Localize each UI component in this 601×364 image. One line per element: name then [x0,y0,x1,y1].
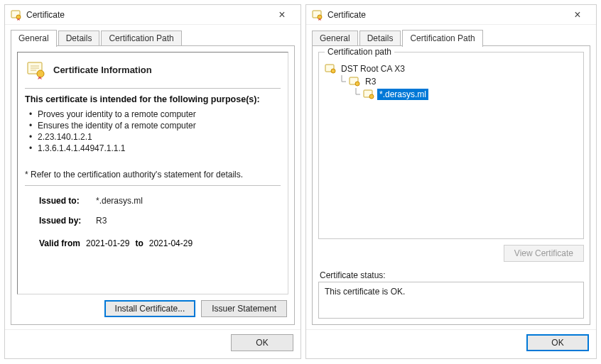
dialog-footer: OK [5,329,300,358]
purpose-item: Proves your identity to a remote compute… [38,109,281,120]
tab-body-general: Certificate Information This certificate… [11,46,295,325]
tab-details[interactable]: Details [359,31,401,46]
certificate-status-text: This certificate is OK. [325,287,405,297]
divider [25,185,281,186]
certificate-icon [325,64,336,74]
certificate-dialog-general: Certificate × General Details Certificat… [4,4,301,359]
issuer-statement-button[interactable]: Issuer Statement [201,300,287,317]
tab-general[interactable]: General [312,31,358,46]
view-cert-row: View Certificate [318,239,584,268]
titlebar: Certificate × [5,5,300,25]
tab-details[interactable]: Details [58,31,100,46]
certificate-dialog-certpath: Certificate × General Details Certificat… [305,4,597,359]
tab-general[interactable]: General [11,30,57,47]
tab-certification-path[interactable]: Certification Path [402,30,482,47]
issued-to-label: Issued to: [39,196,96,206]
view-certificate-button[interactable]: View Certificate [504,245,584,262]
issued-by-row: Issued by: R3 [39,216,281,226]
titlebar: Certificate × [306,5,596,25]
valid-to-value: 2021-04-29 [149,238,193,248]
action-button-row: Install Certificate... Issuer Statement [17,294,288,319]
chain-node-label: *.derasys.ml [377,89,428,100]
certificate-icon [11,9,22,21]
install-certificate-button[interactable]: Install Certificate... [104,300,196,317]
chain-node-label: DST Root CA X3 [339,63,407,75]
svg-point-6 [37,70,44,77]
issued-to-row: Issued to: *.derasys.ml [39,196,281,206]
purpose-item: Ensures the identity of a remote compute… [38,120,281,131]
purpose-heading: This certificate is intended for the fol… [25,94,281,104]
certificate-icon [312,9,323,21]
purpose-list: Proves your identity to a remote compute… [38,109,281,154]
valid-from-value: 2021-01-29 [86,238,129,248]
close-icon[interactable]: × [563,9,592,21]
close-icon[interactable]: × [268,9,296,21]
purpose-item: 1.3.6.1.4.1.44947.1.1.1 [38,143,281,154]
refer-note: * Refer to the certification authority's… [25,170,281,180]
validity-row: Valid from 2021-01-29 to 2021-04-29 [39,238,281,248]
valid-to-label: to [135,238,143,248]
window-title: Certificate [26,10,268,20]
chain-node-root[interactable]: DST Root CA X3 [325,62,578,75]
ok-button[interactable]: OK [231,334,293,351]
svg-point-14 [369,94,374,99]
divider [25,88,281,89]
certificate-icon [363,89,374,99]
ok-button[interactable]: OK [526,334,589,351]
issued-to-value: *.derasys.ml [96,196,143,206]
tabstrip: General Details Certification Path [5,25,300,46]
chain-node-label: R3 [363,76,378,87]
certificate-status-box: This certificate is OK. [318,282,584,319]
window-title: Certificate [327,10,563,20]
issued-by-value: R3 [96,216,107,226]
tab-body-certpath: Certification path DST Root CA X3 R3 [312,46,590,325]
issued-by-label: Issued by: [39,216,96,226]
svg-point-10 [331,69,335,73]
purpose-item: 2.23.140.1.2.1 [38,131,281,143]
tree-connector-icon [353,88,363,101]
tree-connector-icon [339,75,349,88]
certificate-status-label: Certificate status: [320,270,584,280]
chain-node-intermediate[interactable]: R3 [325,75,578,88]
certification-path-group: Certification path DST Root CA X3 R3 [318,52,584,239]
tabstrip: General Details Certification Path [306,25,596,46]
certificate-info-panel: Certificate Information This certificate… [17,52,288,294]
certificate-information-heading: Certificate Information [53,65,152,75]
certificate-chain-tree: DST Root CA X3 R3 [325,62,578,101]
valid-from-label: Valid from [39,238,80,248]
tab-certification-path[interactable]: Certification Path [101,31,181,46]
chain-node-leaf[interactable]: *.derasys.ml [325,88,578,101]
group-label: Certification path [325,47,394,57]
dialog-footer: OK [306,329,596,358]
certificate-icon [349,77,360,87]
certificate-icon [26,60,46,79]
svg-point-12 [355,82,359,86]
